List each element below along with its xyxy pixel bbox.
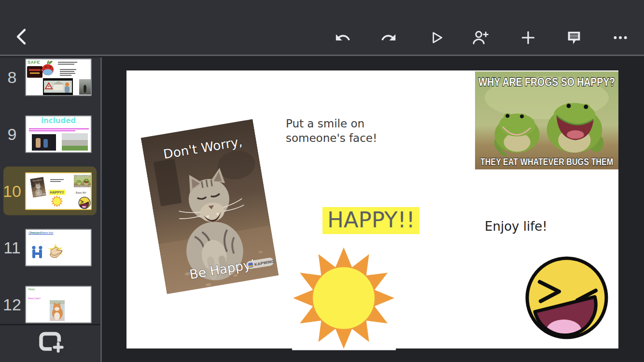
slide-9-number: 9	[0, 115, 24, 153]
thumb9-photo-school	[62, 133, 88, 151]
slide-9-preview: included	[26, 116, 91, 152]
editor-canvas: Put a smile on someone's face! HAPPY!! E…	[102, 57, 644, 362]
more-options-button[interactable]	[610, 27, 631, 48]
thumb8-video-image	[43, 78, 73, 95]
comments-icon	[565, 29, 583, 46]
thumb11-highfive-clipart	[31, 245, 43, 260]
slides-editor-app: Don't Worry, Be Happy! KAPWING	[0, 0, 644, 362]
filmstrip-divider	[0, 324, 100, 325]
thumb10-sun-image	[51, 195, 63, 208]
present-play-icon	[428, 29, 444, 46]
slide-11-thumbnail[interactable]: Come join Charter Ave!Thank you!	[25, 229, 92, 266]
slide-10-number: 10	[0, 172, 24, 210]
undo-icon	[335, 29, 351, 46]
thumb10-happy-text: HAPPY!!	[49, 190, 65, 195]
thumb10-enjoy-text: Enjoy life!	[76, 191, 86, 194]
redo-button[interactable]	[378, 27, 399, 48]
share-add-person-button[interactable]	[470, 27, 491, 48]
present-button[interactable]	[425, 27, 447, 48]
slide-8-number: 8	[0, 58, 24, 96]
thumb8-safe-text: SAFE	[28, 60, 40, 65]
slide-8-thumbnail[interactable]: SAFE	[25, 58, 92, 96]
smile-textbox[interactable]: Put a smile on someone's face!	[286, 116, 377, 145]
thumb11-green-text: Thank you!	[30, 231, 42, 234]
slide-10-thumbnail[interactable]: HAPPY!! Enjoy life!	[25, 172, 92, 210]
new-slide-button[interactable]	[38, 329, 65, 356]
thumb8-photo-image	[79, 79, 91, 95]
thumb8-masked-apple-image	[41, 60, 55, 77]
enjoy-life-textbox[interactable]: Enjoy life!	[485, 219, 547, 234]
smile-text-line2: someone's face!	[286, 131, 377, 145]
thumb12-subtitle-text: Keep Calm!	[28, 297, 41, 300]
thumb12-cat-photo	[50, 300, 65, 321]
insert-button[interactable]	[518, 27, 539, 48]
laughing-emoji-image[interactable]	[523, 254, 610, 341]
slide-filmstrip: 8 SAFE 9 included	[0, 57, 102, 362]
slide-11-number: 11	[0, 229, 24, 266]
add-person-icon	[471, 29, 490, 46]
thumb12-happy-text: Happy	[28, 288, 35, 291]
sun-clipart-image[interactable]	[292, 246, 396, 350]
slide-9-thumbnail[interactable]: included	[25, 115, 92, 153]
slide-8-preview: SAFE	[26, 59, 91, 95]
thumb11-clapping-clipart	[46, 242, 65, 260]
thumb10-cat-meme-image	[30, 177, 46, 198]
undo-button[interactable]	[332, 27, 353, 48]
thumb8-badge-image	[27, 66, 42, 78]
smile-text-line1: Put a smile on	[286, 116, 377, 131]
plus-icon	[520, 29, 536, 46]
comments-button[interactable]	[563, 27, 585, 48]
thumb9-included-text: included	[26, 116, 91, 125]
add-slide-icon	[38, 329, 65, 356]
top-toolbar	[0, 0, 644, 56]
redo-icon	[380, 29, 397, 46]
back-chevron-icon	[12, 26, 33, 47]
back-button[interactable]	[12, 26, 33, 47]
cat-meme-image[interactable]	[140, 119, 279, 294]
frog-meme-image[interactable]	[475, 71, 618, 169]
slide-12-thumbnail[interactable]: Happy Keep Calm!	[25, 286, 92, 323]
thumb10-emoji-image	[78, 196, 91, 209]
slide-10-page[interactable]: Put a smile on someone's face! HAPPY!! E…	[126, 70, 618, 348]
slide-11-preview: Come join Charter Ave!Thank you!	[26, 230, 91, 265]
slide-10-preview: HAPPY!! Enjoy life!	[26, 173, 91, 209]
thumb9-photo-left	[32, 134, 56, 151]
happy-textbox[interactable]: HAPPY!!	[322, 207, 420, 234]
slide-12-preview: Happy Keep Calm!	[26, 287, 91, 322]
slide-12-number: 12	[0, 286, 24, 323]
more-dots-icon	[612, 29, 629, 46]
thumb10-frog-meme-image	[74, 175, 91, 187]
